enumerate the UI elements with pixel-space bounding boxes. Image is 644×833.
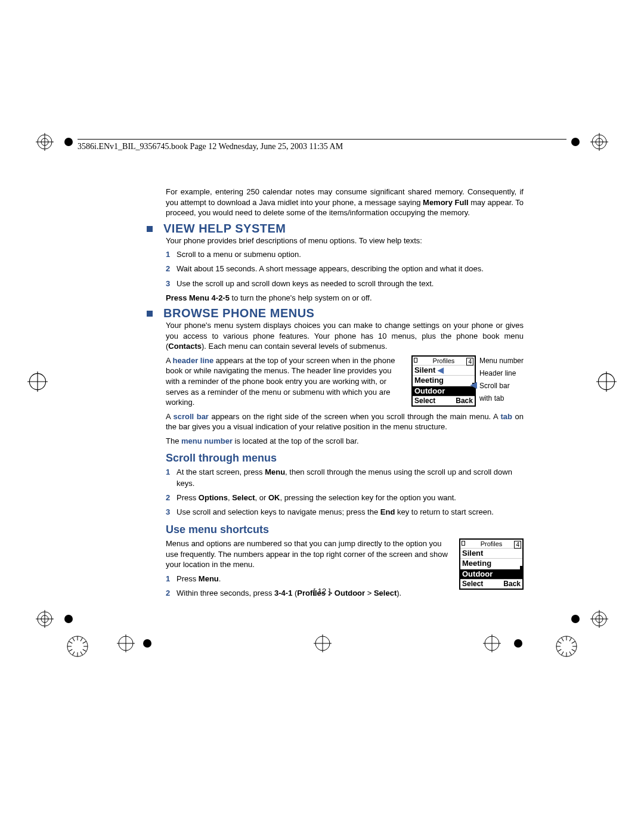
svg-line-43 — [562, 637, 564, 641]
para-scroll-bar: A scroll bar appears on the right side o… — [166, 411, 524, 432]
right-softkey: Back — [456, 397, 473, 405]
bottom-cluster-mark — [314, 634, 332, 652]
dot-mark — [571, 615, 580, 623]
section2-intro: Your phone's menu system displays choice… — [166, 320, 524, 352]
list-item: 2Wait about 15 seconds. A short message … — [166, 264, 524, 274]
dot-mark — [143, 639, 151, 648]
svg-line-52 — [73, 652, 75, 655]
list-item: 1Scroll to a menu or submenu option. — [166, 249, 524, 260]
list-item: 1At the start screen, press Menu, then s… — [166, 467, 524, 488]
crop-mark-ml — [27, 371, 48, 392]
svg-line-47 — [83, 642, 86, 644]
svg-line-33 — [569, 637, 572, 641]
phone-menu-row: Silent ◀ — [413, 366, 475, 376]
dot-mark — [64, 138, 73, 146]
subsection-menu-shortcuts: Use menu shortcuts — [166, 524, 524, 536]
phone-header-row: Profiles 4 — [413, 357, 475, 366]
section3-steps: 1At the start screen, press Menu, then s… — [166, 467, 524, 518]
svg-line-36 — [572, 649, 575, 652]
crop-mark-mr — [596, 371, 617, 392]
svg-line-34 — [572, 642, 575, 644]
svg-line-53 — [69, 649, 72, 652]
document-header: 3586i.ENv1_BIL_9356745.book Page 12 Wedn… — [78, 139, 566, 151]
bottom-cluster-mark — [66, 634, 89, 658]
svg-line-50 — [80, 652, 83, 655]
para-menu-number: The menu number is located at the top of… — [166, 436, 524, 447]
section1-intro: Your phone provides brief descriptions o… — [166, 236, 524, 246]
section-title: BROWSE PHONE MENUS — [163, 306, 314, 320]
svg-line-55 — [69, 642, 72, 644]
phone-softkeys: Select Back — [413, 397, 475, 405]
phone-menu-row: Silent — [460, 549, 522, 559]
svg-line-40 — [558, 649, 561, 652]
intro-paragraph: For example, entering 250 calendar notes… — [166, 187, 524, 218]
dot-mark — [514, 639, 522, 648]
section1-footer: Press Menu 4-2-5 to turn the phone's hel… — [166, 293, 524, 304]
callout-label: Menu number — [479, 357, 524, 365]
crop-mark-bl — [36, 610, 54, 628]
bullet-icon — [147, 311, 153, 317]
section-browse-menus: BROWSE PHONE MENUS — [147, 306, 524, 320]
crop-mark-tr — [590, 133, 608, 151]
list-item: 3Use the scroll up and scroll down keys … — [166, 278, 524, 289]
section1-steps: 1Scroll to a menu or submenu option. 2Wa… — [166, 249, 524, 289]
figure-phone-screen-labeled: Profiles 4 Silent ◀ Meeting Outdoor Sele… — [411, 355, 524, 407]
svg-line-39 — [562, 652, 564, 655]
phone-menu-row-selected: Outdoor — [413, 386, 475, 397]
bottom-cluster-mark — [555, 634, 578, 658]
phone-menu-row: Meeting — [413, 376, 475, 386]
svg-line-37 — [569, 652, 572, 655]
callout-label: Scroll bar — [479, 382, 524, 390]
page-number: [ 12 ] — [0, 587, 644, 596]
dot-mark — [64, 615, 73, 623]
bottom-cluster-mark — [117, 634, 135, 652]
callout-arrow: ◀ — [470, 380, 477, 389]
subsection-scroll-through: Scroll through menus — [166, 452, 524, 465]
svg-line-56 — [73, 637, 75, 641]
bullet-icon — [147, 226, 153, 232]
battery-icon — [462, 541, 465, 546]
phone-header-row: Profiles 4 — [460, 540, 522, 549]
dot-mark — [571, 138, 580, 146]
section-view-help: VIEW HELP SYSTEM — [147, 222, 524, 236]
callout-label: Header line — [479, 369, 524, 377]
battery-icon — [414, 358, 417, 363]
arrow-icon: ◀ — [438, 366, 444, 374]
left-softkey: Select — [414, 397, 435, 405]
callout-label: with tab — [479, 394, 524, 402]
menu-number-box: 4 — [466, 358, 473, 366]
section-title: VIEW HELP SYSTEM — [163, 222, 286, 235]
header-text: 3586i.ENv1_BIL_9356745.book Page 12 Wedn… — [78, 142, 343, 151]
list-item: 1Press Menu. — [166, 574, 524, 584]
svg-line-49 — [83, 649, 86, 652]
svg-line-42 — [558, 642, 561, 644]
crop-mark-tl — [36, 133, 54, 151]
menu-number-box: 4 — [514, 541, 521, 549]
list-item: 3Use scroll and selection keys to naviga… — [166, 507, 524, 518]
bottom-cluster-mark — [483, 634, 501, 652]
phone-menu-row: Meeting — [460, 559, 522, 569]
crop-mark-br — [590, 610, 608, 628]
list-item: 2Press Options, Select, or OK, pressing … — [166, 493, 524, 503]
svg-line-46 — [80, 637, 83, 641]
figure-callout-labels: Menu number Header line Scroll bar with … — [479, 355, 524, 402]
